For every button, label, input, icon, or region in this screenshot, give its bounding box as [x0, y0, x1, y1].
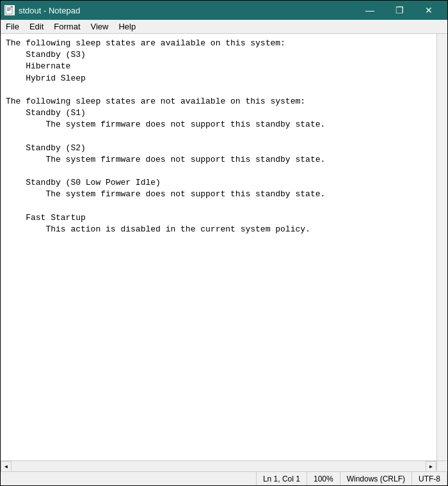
- menu-help[interactable]: Help: [113, 20, 141, 33]
- status-line-ending: Windows (CRLF): [340, 472, 412, 485]
- status-encoding: UTF-8: [412, 472, 447, 485]
- menu-file[interactable]: File: [1, 20, 24, 33]
- svg-rect-2: [7, 9, 11, 10]
- svg-rect-1: [7, 8, 11, 8]
- scroll-left-arrow[interactable]: ◀: [1, 461, 12, 472]
- menu-view[interactable]: View: [86, 20, 114, 33]
- scroll-track-horizontal[interactable]: [12, 461, 426, 472]
- title-bar-left: stdout - Notepad: [4, 5, 80, 15]
- status-empty: [1, 472, 257, 485]
- menu-edit[interactable]: Edit: [24, 20, 49, 33]
- menu-bar: File Edit Format View Help: [1, 20, 447, 34]
- status-bar: Ln 1, Col 1 100% Windows (CRLF) UTF-8: [1, 471, 447, 485]
- notepad-icon: [4, 5, 15, 15]
- notepad-window: stdout - Notepad — ❐ ✕ File Edit Format …: [0, 0, 448, 486]
- editor-text: The following sleep states are available…: [3, 36, 445, 237]
- title-bar-controls: — ❐ ✕: [355, 3, 444, 17]
- scroll-right-arrow[interactable]: ▶: [426, 461, 436, 472]
- menu-format[interactable]: Format: [49, 20, 85, 33]
- svg-rect-4: [11, 6, 13, 8]
- vertical-scrollbar[interactable]: [436, 34, 447, 460]
- svg-rect-3: [7, 10, 10, 11]
- status-position: Ln 1, Col 1: [257, 472, 307, 485]
- maximize-button[interactable]: ❐: [385, 3, 414, 17]
- content-area[interactable]: The following sleep states are available…: [1, 34, 447, 471]
- minimize-button[interactable]: —: [355, 3, 385, 17]
- status-zoom: 100%: [307, 472, 340, 485]
- title-bar: stdout - Notepad — ❐ ✕: [1, 1, 447, 20]
- window-title: stdout - Notepad: [19, 6, 80, 15]
- close-button[interactable]: ✕: [414, 3, 444, 17]
- horizontal-scrollbar[interactable]: ◀ ▶: [1, 460, 436, 471]
- scroll-corner: [436, 460, 447, 471]
